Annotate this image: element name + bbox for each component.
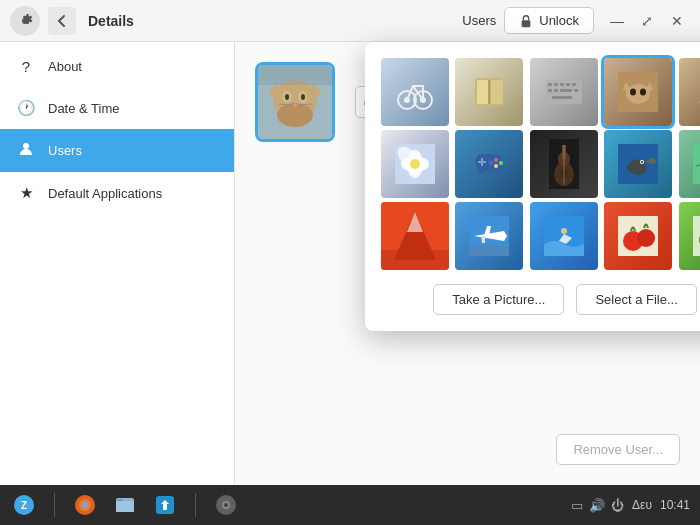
svg-rect-89: [116, 501, 134, 512]
svg-rect-29: [548, 89, 552, 92]
svg-rect-72: [469, 246, 509, 256]
maximize-button[interactable]: ⤢: [634, 8, 660, 34]
svg-rect-21: [491, 80, 503, 104]
list-item[interactable]: [455, 202, 523, 270]
list-item[interactable]: [530, 130, 598, 198]
image-grid: [381, 58, 700, 270]
sidebar-item-about[interactable]: ? About: [0, 46, 234, 87]
svg-point-9: [293, 104, 297, 107]
titlebar: Details Users Unlock — ⤢ ✕: [0, 0, 700, 42]
taskbar-store-icon[interactable]: [151, 491, 179, 519]
list-item[interactable]: [455, 58, 523, 126]
svg-rect-33: [552, 96, 572, 99]
sidebar-item-default-apps[interactable]: ★ Default Applications: [0, 172, 234, 214]
list-item[interactable]: [679, 58, 700, 126]
volume-icon: 🔊: [589, 498, 605, 513]
list-item[interactable]: [455, 130, 523, 198]
window-controls: — ⤢ ✕: [604, 8, 690, 34]
svg-point-64: [641, 161, 643, 163]
svg-text:Z: Z: [21, 500, 27, 511]
list-item[interactable]: [604, 130, 672, 198]
svg-rect-70: [381, 250, 449, 270]
svg-point-4: [277, 103, 313, 127]
gear-button[interactable]: [10, 6, 40, 36]
svg-rect-51: [481, 158, 483, 166]
surfer-image: [530, 202, 598, 270]
list-item[interactable]: [604, 58, 672, 126]
list-item[interactable]: [381, 202, 449, 270]
coffee-image: [679, 58, 700, 126]
svg-point-55: [494, 164, 498, 168]
taskbar-time: 10:41: [660, 498, 690, 512]
svg-rect-20: [477, 80, 489, 104]
svg-rect-26: [560, 83, 564, 86]
svg-point-93: [224, 503, 228, 507]
taskbar-firefox-icon[interactable]: [71, 491, 99, 519]
list-item[interactable]: [530, 58, 598, 126]
screen-icon: ▭: [571, 498, 583, 513]
take-picture-button[interactable]: Take a Picture...: [433, 284, 564, 315]
main-layout: ? About 🕐 Date & Time Users ★ Default Ap…: [0, 42, 700, 485]
svg-point-17: [404, 97, 410, 103]
cat2-image: [604, 58, 672, 126]
svg-rect-32: [574, 89, 578, 92]
svg-point-52: [494, 158, 498, 162]
content-area: Take a Picture... Select a File... Remov…: [235, 42, 700, 485]
taskbar-separator-1: [54, 493, 55, 517]
airplane-image: [455, 202, 523, 270]
lock-icon: [519, 14, 533, 28]
list-item[interactable]: [679, 202, 700, 270]
hummingbird-image: [679, 130, 700, 198]
tree-image: [679, 202, 700, 270]
list-item[interactable]: [679, 130, 700, 198]
svg-point-40: [637, 97, 640, 99]
taskbar: Z ▭ 🔊 ⏻: [0, 485, 700, 525]
svg-rect-65: [693, 144, 700, 184]
select-file-button[interactable]: Select a File...: [576, 284, 696, 315]
window-title: Details: [88, 13, 134, 29]
svg-point-35: [626, 84, 650, 104]
svg-point-18: [420, 97, 426, 103]
remove-user-button[interactable]: Remove User...: [556, 434, 680, 465]
star-icon: ★: [16, 184, 36, 202]
back-button[interactable]: [48, 7, 76, 35]
taskbar-zorin-icon[interactable]: Z: [10, 491, 38, 519]
list-item[interactable]: [604, 202, 672, 270]
svg-point-7: [285, 94, 289, 100]
svg-rect-25: [554, 83, 558, 86]
list-item[interactable]: [381, 130, 449, 198]
sidebar: ? About 🕐 Date & Time Users ★ Default Ap…: [0, 42, 235, 485]
svg-point-1: [23, 143, 29, 149]
close-button[interactable]: ✕: [664, 8, 690, 34]
users-label: Users: [462, 13, 496, 28]
list-item[interactable]: [381, 58, 449, 126]
avatar-wrapper[interactable]: [255, 62, 335, 142]
tomatoes-image: [604, 202, 672, 270]
unlock-button[interactable]: Unlock: [504, 7, 594, 34]
sidebar-item-users[interactable]: Users: [0, 129, 234, 172]
svg-rect-78: [693, 216, 700, 256]
bicycle-image: [381, 58, 449, 126]
list-item[interactable]: [530, 202, 598, 270]
sidebar-item-datetime[interactable]: 🕐 Date & Time: [0, 87, 234, 129]
svg-point-38: [630, 89, 636, 96]
users-icon: [16, 141, 36, 160]
svg-point-8: [301, 94, 305, 100]
taskbar-settings-icon[interactable]: [212, 491, 240, 519]
mountain-image: [381, 202, 449, 270]
avatar-image: [258, 65, 332, 139]
minimize-button[interactable]: —: [604, 8, 630, 34]
flower-image: [381, 130, 449, 198]
svg-rect-31: [560, 89, 572, 92]
svg-point-49: [410, 159, 420, 169]
picker-actions: Take a Picture... Select a File...: [381, 284, 700, 315]
svg-rect-27: [566, 83, 570, 86]
guitar-image: [530, 130, 598, 198]
taskbar-right: ▭ 🔊 ⏻ Δευ 10:41: [571, 498, 690, 513]
book-image: [455, 58, 523, 126]
taskbar-separator-2: [195, 493, 196, 517]
svg-rect-0: [522, 20, 531, 27]
bird-image: [604, 130, 672, 198]
taskbar-files-icon[interactable]: [111, 491, 139, 519]
titlebar-left: Details: [10, 6, 302, 36]
